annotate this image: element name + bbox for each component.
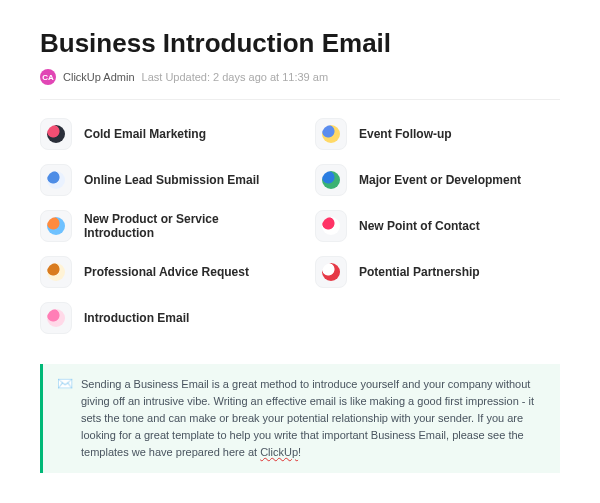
last-updated: Last Updated: 2 days ago at 11:39 am	[142, 71, 329, 83]
template-item-3[interactable]: Major Event or Development	[315, 164, 560, 196]
template-item-label: Cold Email Marketing	[84, 127, 206, 141]
template-item-0[interactable]: Cold Email Marketing	[40, 118, 285, 150]
partnership-icon	[322, 263, 340, 281]
new-contact-icon	[322, 217, 340, 235]
event-followup-icon-box	[315, 118, 347, 150]
template-item-label: Major Event or Development	[359, 173, 521, 187]
callout-box: ✉️ Sending a Business Email is a great m…	[40, 364, 560, 473]
page-title: Business Introduction Email	[40, 28, 560, 59]
callout-pre: Sending a Business Email is a great meth…	[81, 378, 534, 458]
cold-email-icon-box	[40, 118, 72, 150]
template-item-6[interactable]: Professional Advice Request	[40, 256, 285, 288]
template-item-label: New Product or Service Introduction	[84, 212, 285, 240]
template-item-8[interactable]: Introduction Email	[40, 302, 285, 334]
template-item-label: Introduction Email	[84, 311, 189, 325]
author-name: ClickUp Admin	[63, 71, 135, 83]
template-item-label: Event Follow-up	[359, 127, 452, 141]
template-item-7[interactable]: Potential Partnership	[315, 256, 560, 288]
template-item-label: Professional Advice Request	[84, 265, 249, 279]
new-product-icon	[47, 217, 65, 235]
partnership-icon-box	[315, 256, 347, 288]
new-product-icon-box	[40, 210, 72, 242]
new-contact-icon-box	[315, 210, 347, 242]
callout-post: !	[298, 446, 301, 458]
template-item-1[interactable]: Event Follow-up	[315, 118, 560, 150]
template-item-label: New Point of Contact	[359, 219, 480, 233]
avatar: CA	[40, 69, 56, 85]
template-item-4[interactable]: New Product or Service Introduction	[40, 210, 285, 242]
advice-icon-box	[40, 256, 72, 288]
major-event-icon-box	[315, 164, 347, 196]
intro-email-icon	[47, 309, 65, 327]
major-event-icon	[322, 171, 340, 189]
intro-email-icon-box	[40, 302, 72, 334]
template-item-2[interactable]: Online Lead Submission Email	[40, 164, 285, 196]
envelope-icon: ✉️	[57, 376, 73, 461]
template-item-5[interactable]: New Point of Contact	[315, 210, 560, 242]
lead-submission-icon-box	[40, 164, 72, 196]
template-item-label: Online Lead Submission Email	[84, 173, 259, 187]
meta-row: CA ClickUp Admin Last Updated: 2 days ag…	[40, 69, 560, 100]
advice-icon	[47, 263, 65, 281]
event-followup-icon	[322, 125, 340, 143]
callout-text: Sending a Business Email is a great meth…	[81, 376, 546, 461]
lead-submission-icon	[47, 171, 65, 189]
template-item-label: Potential Partnership	[359, 265, 480, 279]
template-grid: Cold Email MarketingEvent Follow-upOnlin…	[40, 118, 560, 334]
callout-squiggle: ClickUp	[260, 446, 298, 458]
cold-email-icon	[47, 125, 65, 143]
